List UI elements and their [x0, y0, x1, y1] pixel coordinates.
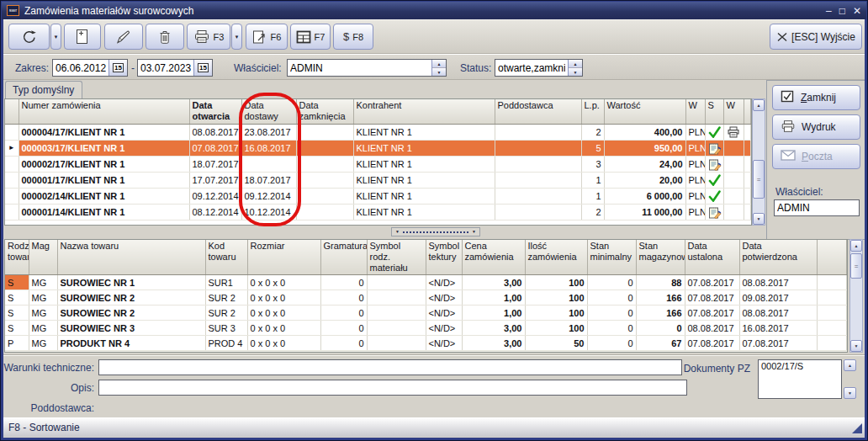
orders-column-header[interactable] [5, 99, 19, 124]
refresh-button[interactable] [8, 24, 50, 50]
order-cell[interactable]: 000002/17/KLIENT NR 1 [19, 156, 189, 172]
wlasciciel-combo[interactable]: ▲ ▼ [287, 59, 447, 77]
order-cell[interactable] [296, 188, 353, 204]
orders-column-header[interactable]: Poddostawca [495, 99, 581, 124]
items-column-header[interactable]: Mag [29, 240, 57, 275]
row-selector[interactable]: ► [5, 140, 19, 156]
item-cell[interactable]: 100 [525, 290, 587, 306]
items-column-header[interactable]: Data potwierdzona [739, 240, 817, 275]
order-cell[interactable] [705, 156, 723, 172]
order-cell[interactable]: 24,00 [604, 156, 685, 172]
item-cell[interactable] [367, 306, 426, 321]
orders-column-header[interactable]: Data zamknięcia [296, 99, 353, 124]
item-cell[interactable]: 0 [320, 336, 367, 351]
print-dropdown-button[interactable]: ▼ [231, 24, 242, 50]
calendar-icon[interactable]: 15 [193, 60, 212, 76]
item-cell[interactable]: MG [29, 290, 57, 306]
order-cell[interactable]: 08.12.2014 [189, 204, 241, 220]
items-column-header[interactable]: Nazwa towaru [57, 240, 205, 275]
item-row[interactable]: SMGSUROWIEC NR 3SUR 30 x 0 x 00<N/D>3,00… [5, 321, 847, 336]
scrollbar-thumb[interactable]: = [753, 160, 765, 199]
order-cell[interactable]: 08.08.2017 [189, 124, 241, 140]
item-cell[interactable]: 0 x 0 x 0 [247, 275, 320, 290]
item-cell[interactable]: 0 [587, 275, 636, 290]
item-cell[interactable]: 0 [636, 321, 685, 336]
status-combo[interactable]: ▲ ▼ [495, 59, 583, 77]
opis-input[interactable] [98, 380, 687, 396]
date-to-input[interactable] [138, 60, 193, 76]
orders-column-header[interactable]: Data otwarcia [189, 99, 241, 124]
orders-column-header[interactable]: S [705, 99, 723, 124]
order-cell[interactable] [705, 140, 723, 156]
table-splitter[interactable]: ▼ ▼ [391, 227, 480, 236]
order-cell[interactable]: PLN [685, 140, 705, 156]
orders-column-header[interactable]: Kontrahent [353, 99, 495, 124]
order-cell[interactable]: PLN [685, 188, 705, 204]
item-cell[interactable]: 0 [320, 321, 367, 336]
items-column-header[interactable]: Gramatura [320, 240, 367, 275]
order-cell[interactable] [723, 124, 744, 140]
dokumenty-pz-listbox[interactable]: 0002/17/S [758, 359, 842, 399]
order-cell[interactable]: 07.08.2017 [189, 140, 241, 156]
item-cell[interactable]: 88 [636, 275, 685, 290]
scroll-down-icon[interactable]: ▼ [850, 340, 862, 352]
item-cell[interactable]: 16.08.2017 [739, 321, 817, 336]
refresh-dropdown-button[interactable]: ▼ [50, 24, 61, 50]
order-cell[interactable]: KLIENT NR 1 [353, 204, 495, 220]
orders-column-header[interactable]: W [723, 99, 744, 124]
order-cell[interactable] [296, 124, 353, 140]
order-cell[interactable]: 3 [581, 156, 604, 172]
order-cell[interactable] [705, 172, 723, 188]
item-cell[interactable]: <N/D> [426, 275, 462, 290]
date-from-input[interactable] [53, 60, 108, 76]
items-column-header[interactable]: Ilość zamówienia [525, 240, 587, 275]
order-cell[interactable]: PLN [685, 204, 705, 220]
item-cell[interactable]: 166 [636, 306, 685, 321]
item-row[interactable]: SMGSUROWIEC NR 2SUR 20 x 0 x 00<N/D>1,00… [5, 306, 847, 321]
zamknij-button[interactable]: Zamknij [772, 85, 860, 110]
item-cell[interactable]: 09.08.2017 [739, 290, 817, 306]
item-cell[interactable]: <N/D> [426, 336, 462, 351]
items-column-header[interactable]: Kod towaru [205, 240, 247, 275]
item-cell[interactable]: 100 [525, 306, 587, 321]
scroll-down-icon[interactable]: ▼ [844, 387, 856, 399]
order-cell[interactable]: KLIENT NR 1 [353, 156, 495, 172]
item-cell[interactable]: 07.08.2017 [685, 275, 739, 290]
order-cell[interactable]: 000004/17/KLIENT NR 1 [19, 124, 189, 140]
item-cell[interactable]: 50 [525, 336, 587, 351]
item-cell[interactable]: 0 x 0 x 0 [247, 321, 320, 336]
order-cell[interactable]: KLIENT NR 1 [353, 124, 495, 140]
listbox-scrollbar[interactable]: ▲ ▼ [844, 359, 856, 399]
items-column-header[interactable]: Stan magazynowy [636, 240, 685, 275]
item-cell[interactable]: SUROWIEC NR 2 [57, 290, 205, 306]
order-cell[interactable] [705, 124, 723, 140]
item-cell[interactable]: S [5, 321, 29, 336]
item-row[interactable]: SMGSUROWIEC NR 1SUR10 x 0 x 00<N/D>3,001… [5, 275, 847, 290]
order-cell[interactable]: 000001/17/KLIENT NR 1 [19, 172, 189, 188]
item-cell[interactable]: 0 x 0 x 0 [247, 290, 320, 306]
item-cell[interactable]: 100 [525, 275, 587, 290]
order-cell[interactable]: 000003/17/KLIENT NR 1 [19, 140, 189, 156]
resize-grip[interactable] [852, 423, 862, 433]
order-cell[interactable] [495, 172, 581, 188]
item-row[interactable]: SMGSUROWIEC NR 2SUR 20 x 0 x 00<N/D>1,00… [5, 290, 847, 306]
items-column-header[interactable]: Symbol tektury [426, 240, 462, 275]
item-cell[interactable]: 07.08.2017 [685, 336, 739, 351]
item-cell[interactable]: 0 [320, 306, 367, 321]
item-cell[interactable]: 0 x 0 x 0 [247, 306, 320, 321]
items-column-header[interactable]: Rozmiar [247, 240, 320, 275]
order-cell[interactable]: 09.12.2014 [189, 188, 241, 204]
item-cell[interactable] [367, 275, 426, 290]
order-row[interactable]: 000002/17/KLIENT NR 118.07.2017KLIENT NR… [5, 156, 751, 172]
item-cell[interactable]: SUROWIEC NR 1 [57, 275, 205, 290]
items-column-header[interactable]: Symbol rodz. materiału [367, 240, 426, 275]
order-cell[interactable]: KLIENT NR 1 [353, 140, 495, 156]
item-cell[interactable]: S [5, 306, 29, 321]
warunki-input[interactable] [98, 359, 682, 375]
wydruk-button[interactable]: Wydruk [772, 114, 860, 140]
row-selector[interactable] [5, 124, 19, 140]
order-cell[interactable]: 18.07.2017 [241, 172, 296, 188]
item-row[interactable]: PMGPRODUKT NR 4PROD 40 x 0 x 00<N/D>3,00… [5, 336, 847, 351]
item-cell[interactable]: SUROWIEC NR 2 [57, 306, 205, 321]
maximize-icon[interactable]: □ [839, 5, 845, 17]
